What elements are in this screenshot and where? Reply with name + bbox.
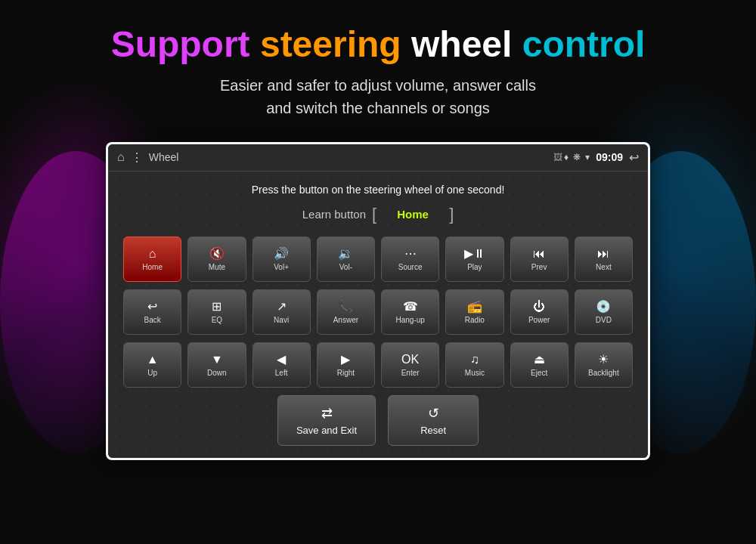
radio-label: Radio	[465, 316, 485, 324]
enter-icon: OK	[401, 354, 419, 366]
btn-answer[interactable]: 📞 Answer	[317, 289, 375, 335]
home-icon: ⌂	[149, 248, 156, 260]
eject-label: Eject	[531, 369, 547, 377]
next-label: Next	[596, 263, 612, 271]
image-icon: 🖼	[553, 152, 562, 162]
back-icon: ↩	[147, 301, 157, 313]
right-icon: ▶	[341, 354, 350, 366]
vol-up-label: Vol+	[274, 263, 289, 271]
title-wheel: wheel	[401, 24, 513, 64]
backlight-label: Backlight	[588, 369, 619, 377]
play-label: Play	[467, 263, 482, 271]
btn-play[interactable]: ▶⏸ Play	[445, 236, 503, 282]
hangup-label: Hang-up	[395, 316, 424, 324]
answer-icon: 📞	[338, 301, 353, 313]
instruction-text: Press the button on the steering wheel o…	[123, 184, 633, 196]
hangup-icon: ☎	[403, 301, 418, 313]
navi-label: Navi	[274, 316, 289, 324]
reset-icon: ↺	[428, 405, 439, 422]
dvd-label: DVD	[596, 316, 612, 324]
save-exit-button[interactable]: ⇄ Save and Exit	[277, 395, 376, 446]
btn-eq[interactable]: ⊞ EQ	[187, 289, 246, 335]
right-label: Right	[337, 369, 355, 377]
btn-vol-up[interactable]: 🔊 Vol+	[253, 236, 311, 282]
btn-next[interactable]: ⏭ Next	[575, 236, 633, 282]
radio-icon: 📻	[467, 301, 482, 313]
home-label: Home	[142, 263, 163, 271]
up-icon: ▲	[147, 354, 159, 366]
mute-icon: 🔇	[209, 248, 225, 260]
vol-down-label: Vol-	[339, 263, 352, 271]
navi-icon: ↗	[277, 301, 287, 313]
main-content: Press the button on the steering wheel o…	[108, 172, 648, 458]
subtitle: Easier and safer to adjust volume, answe…	[111, 74, 646, 119]
btn-power[interactable]: ⏻ Power	[510, 289, 569, 335]
answer-label: Answer	[333, 316, 358, 324]
learn-bracket-left: [	[372, 205, 376, 224]
music-icon: ♫	[470, 354, 479, 366]
dvd-icon: 💿	[596, 301, 611, 313]
btn-prev[interactable]: ⏮ Prev	[510, 236, 569, 282]
btn-back[interactable]: ↩ Back	[123, 289, 181, 335]
btn-home[interactable]: ⌂ Home	[123, 236, 181, 282]
next-icon: ⏭	[597, 248, 609, 260]
eject-icon: ⏏	[534, 354, 545, 366]
signal-dropdown-icon: ▾	[585, 152, 590, 162]
prev-icon: ⏮	[533, 248, 545, 260]
subtitle-line2: and switch the channels or songs	[266, 100, 490, 116]
device-frame: ⌂ ⋮ Wheel 🖼 ♦ ❋ ▾ 09:09 ↩ Press the butt…	[106, 142, 650, 460]
btn-down[interactable]: ▼ Down	[187, 342, 246, 388]
btn-hangup[interactable]: ☎ Hang-up	[381, 289, 439, 335]
btn-mute[interactable]: 🔇 Mute	[187, 236, 246, 282]
reset-button[interactable]: ↺ Reset	[388, 395, 479, 446]
learn-button-row: Learn button [ Home ]	[123, 205, 633, 224]
status-title: Wheel	[149, 151, 553, 163]
home-nav-icon[interactable]: ⌂	[117, 150, 125, 164]
title-section: Support steering wheel control Easier an…	[111, 23, 646, 119]
music-label: Music	[465, 369, 485, 377]
btn-vol-down[interactable]: 🔉 Vol-	[317, 236, 375, 282]
left-icon: ◀	[277, 354, 286, 366]
btn-navi[interactable]: ↗ Navi	[253, 289, 311, 335]
enter-label: Enter	[401, 369, 420, 377]
title-control: control	[512, 24, 645, 64]
power-icon: ⏻	[533, 301, 545, 313]
reset-label: Reset	[420, 425, 446, 436]
button-row-2: ↩ Back ⊞ EQ ↗ Navi 📞 Answer	[123, 289, 633, 335]
power-label: Power	[528, 316, 550, 324]
mute-label: Mute	[209, 263, 225, 271]
save-exit-icon: ⇄	[321, 405, 333, 422]
vol-down-icon: 🔉	[338, 248, 353, 260]
eq-label: EQ	[212, 316, 222, 324]
btn-dvd[interactable]: 💿 DVD	[575, 289, 633, 335]
vol-up-icon: 🔊	[274, 248, 289, 260]
btn-source[interactable]: ⋯ Source	[381, 236, 439, 282]
btn-left[interactable]: ◀ Left	[253, 342, 311, 388]
learn-label: Learn button	[302, 208, 366, 221]
btn-up[interactable]: ▲ Up	[123, 342, 181, 388]
btn-music[interactable]: ♫ Music	[445, 342, 503, 388]
title-steering: steering	[250, 24, 401, 64]
up-label: Up	[147, 369, 157, 377]
subtitle-line1: Easier and safer to adjust volume, answe…	[220, 77, 536, 94]
btn-radio[interactable]: 📻 Radio	[445, 289, 503, 335]
eq-icon: ⊞	[212, 301, 222, 313]
btn-right[interactable]: ▶ Right	[317, 342, 375, 388]
source-icon: ⋯	[404, 248, 417, 260]
back-nav-icon[interactable]: ↩	[629, 150, 639, 165]
left-label: Left	[275, 369, 288, 377]
btn-backlight[interactable]: ☀ Backlight	[575, 342, 633, 388]
bluetooth-icon: ❋	[573, 152, 581, 162]
learn-bracket-right: ]	[449, 205, 454, 224]
status-bar: ⌂ ⋮ Wheel 🖼 ♦ ❋ ▾ 09:09 ↩	[108, 144, 648, 172]
button-row-1: ⌂ Home 🔇 Mute 🔊 Vol+ 🔉 Vol-	[123, 236, 633, 282]
backlight-icon: ☀	[598, 354, 609, 366]
down-label: Down	[207, 369, 227, 377]
source-label: Source	[398, 263, 423, 271]
btn-eject[interactable]: ⏏ Eject	[510, 342, 569, 388]
btn-enter[interactable]: OK Enter	[381, 342, 439, 388]
bottom-actions: ⇄ Save and Exit ↺ Reset	[123, 395, 633, 446]
device-inner: ⌂ ⋮ Wheel 🖼 ♦ ❋ ▾ 09:09 ↩ Press the butt…	[108, 144, 648, 458]
menu-icon[interactable]: ⋮	[131, 150, 143, 165]
main-title: Support steering wheel control	[111, 23, 646, 66]
